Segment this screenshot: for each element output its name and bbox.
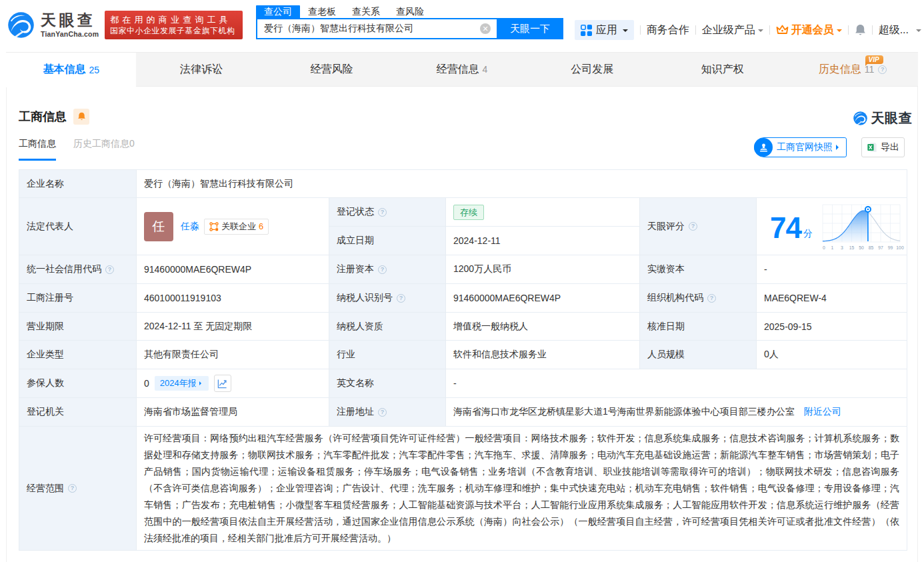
logo-title: 天眼查: [41, 12, 99, 28]
slogan-banner: 都在用的商业查询工具 国家中小企业发展子基金旗下机构: [105, 11, 243, 39]
search-tab-company[interactable]: 查公司: [256, 5, 300, 19]
reg-capital-help-icon[interactable]: ?: [378, 265, 387, 274]
industry-label: 行业: [329, 341, 446, 369]
enterprise-caret-icon: [758, 29, 763, 35]
reg-address-value: 海南省海口市龙华区龙桥镇星影大道1号海南世界新能源体验中心项目部三楼办公室: [453, 406, 795, 417]
field-label-text: 登记状态: [337, 206, 374, 218]
menu-enterprise[interactable]: 企业级产品: [702, 23, 763, 37]
reg-status-label: 登记状态?: [329, 198, 446, 227]
approval-date-label: 核准日期: [640, 313, 757, 341]
tab-intellectual-property[interactable]: 知识产权: [657, 53, 787, 86]
svg-text:15: 15: [849, 245, 855, 250]
reg-number-label: 工商注册号: [19, 284, 137, 313]
reg-address-help-icon[interactable]: ?: [378, 408, 387, 417]
subtab-history-registration[interactable]: 历史工商信息0: [73, 138, 135, 161]
tab-history-info[interactable]: VIP 历史信息 11 ?: [787, 53, 917, 86]
legal-rep-avatar[interactable]: 任: [144, 212, 173, 241]
insured-trend-button[interactable]: [214, 375, 231, 392]
search-box: ✕: [256, 18, 497, 39]
search-clear-icon[interactable]: ✕: [480, 23, 491, 34]
field-label-text: 注册地址: [337, 406, 374, 418]
site-header: 天眼查 TianYanCha.com 都在用的商业查询工具 国家中小企业发展子基…: [0, 0, 924, 41]
svg-text:3: 3: [841, 245, 843, 250]
search-button[interactable]: 天眼一下: [497, 18, 563, 39]
staff-size-label: 人员规模: [640, 341, 757, 369]
reg-address-cell: 海南省海口市龙华区龙桥镇星影大道1号海南世界新能源体验中心项目部三楼办公室 附近…: [446, 398, 907, 427]
watermark-logo-text: 天眼查: [871, 109, 913, 127]
apps-menu[interactable]: 应用: [575, 20, 634, 40]
export-button[interactable]: 导出: [861, 137, 905, 157]
menu-vip[interactable]: 开通会员: [776, 23, 842, 37]
search-tabs: 查公司 查老板 查关系 查风险: [256, 5, 432, 19]
org-code-value: MAE6QREW-4: [757, 284, 907, 313]
tab-business-info[interactable]: 经营信息 4: [397, 53, 527, 86]
tab-legal-litigation[interactable]: 法律诉讼: [136, 53, 266, 86]
english-name-label: 英文名称: [329, 369, 446, 398]
reg-authority-value: 海南省市场监督管理局: [137, 398, 329, 427]
company-type-label: 企业类型: [19, 341, 137, 369]
logo-domain: TianYanCha.com: [41, 30, 99, 38]
field-label-text: 纳税人识别号: [337, 292, 393, 304]
official-snapshot-button[interactable]: 工商官网快照: [754, 137, 847, 157]
score-label: 天眼评分?: [640, 198, 757, 255]
svg-text:100: 100: [896, 245, 904, 250]
notification-bell-icon[interactable]: [855, 24, 866, 37]
subscribe-bell-button[interactable]: [73, 109, 89, 125]
taxpayer-id-help-icon[interactable]: ?: [397, 294, 405, 303]
company-type-value: 其他有限责任公司: [137, 341, 329, 369]
staff-size-value: 0人: [757, 341, 907, 369]
subtab-business-registration[interactable]: 工商信息: [19, 138, 56, 161]
menu-super-vip[interactable]: 超级...: [879, 23, 921, 37]
establish-date-label: 成立日期: [329, 227, 446, 255]
menu-cooperation[interactable]: 商务合作: [647, 23, 689, 37]
nearby-companies-link[interactable]: 附近公司: [804, 406, 841, 417]
sub-tabs: 工商信息 历史工商信息0: [19, 138, 152, 161]
search-tab-risk[interactable]: 查风险: [388, 5, 432, 19]
crown-icon: [776, 25, 789, 35]
credit-code-value: 91460000MAE6QREW4P: [137, 255, 329, 284]
org-code-help-icon[interactable]: ?: [707, 294, 716, 303]
annual-report-link[interactable]: 2024年报: [155, 376, 209, 391]
table-row: 企业类型 其他有限责任公司 行业 软件和信息技术服务业 人员规模 0人: [19, 341, 907, 369]
score-help-icon[interactable]: ?: [689, 222, 697, 231]
related-company-badge[interactable]: 关联企业 6: [204, 219, 269, 235]
history-help-icon[interactable]: ?: [878, 65, 887, 74]
legal-rep-name-link[interactable]: 任淼: [181, 221, 199, 233]
table-row: 工商注册号 460100011919103 纳税人识别号? 91460000MA…: [19, 284, 907, 313]
industry-value: 软件和信息技术服务业: [446, 341, 640, 369]
super-caret-icon: [916, 29, 921, 35]
insured-count-cell: 0 2024年报: [137, 369, 329, 398]
search-tab-boss[interactable]: 查老板: [300, 5, 344, 19]
score-curve-chart[interactable]: 0131550859799100: [823, 205, 900, 251]
org-chart-icon: [209, 222, 219, 231]
search-input[interactable]: [257, 23, 480, 34]
reg-capital-label: 注册资本?: [329, 255, 446, 284]
table-row: 经营范围? 许可经营项目：网络预约出租汽车经营服务（许可经营项目凭许可证件经营）…: [19, 427, 907, 551]
svg-text:99: 99: [888, 245, 893, 250]
svg-text:0: 0: [823, 245, 825, 250]
field-label-text: 天眼评分: [647, 221, 685, 233]
tab-basic-info[interactable]: 基本信息 25: [6, 53, 136, 87]
business-scope-value: 许可经营项目：网络预约出租汽车经营服务（许可经营项目凭许可证件经营）一般经营项目…: [137, 427, 907, 551]
credit-code-help-icon[interactable]: ?: [105, 265, 114, 274]
section-watermark-logo: 天眼查: [853, 109, 913, 127]
tab-operation-risk[interactable]: 经营风险: [267, 53, 397, 86]
paid-capital-label: 实缴资本: [640, 255, 757, 284]
table-row: 登记机关 海南省市场监督管理局 注册地址? 海南省海口市龙华区龙桥镇星影大道1号…: [19, 398, 907, 427]
reg-status-help-icon[interactable]: ?: [378, 208, 387, 217]
svg-text:50: 50: [859, 245, 864, 250]
status-badge: 存续: [453, 205, 484, 220]
insured-count-value: 0: [144, 378, 149, 389]
business-scope-label: 经营范围?: [19, 427, 137, 551]
svg-text:97: 97: [878, 245, 883, 250]
site-logo[interactable]: 天眼查 TianYanCha.com: [7, 11, 99, 39]
annual-report-arrow-icon: [199, 381, 203, 385]
tab-company-development[interactable]: 公司发展: [527, 53, 657, 86]
taxpayer-quality-label: 纳税人资质: [329, 313, 446, 341]
legal-rep-cell: 任 任淼 关联企业 6: [137, 198, 329, 255]
search-tab-relation[interactable]: 查关系: [344, 5, 388, 19]
field-label-text: 统一社会信用代码: [27, 263, 101, 275]
table-row: 企业名称 爱行（海南）智慧出行科技有限公司: [19, 170, 907, 198]
business-scope-help-icon[interactable]: ?: [68, 484, 77, 493]
table-row: 营业期限 2024-12-11 至 无固定期限 纳税人资质 增值税一般纳税人 核…: [19, 313, 907, 341]
